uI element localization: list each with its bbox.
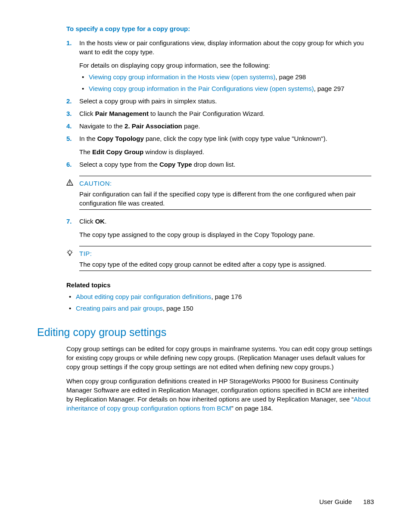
related-tail: , page 176: [211, 293, 242, 300]
step-subtext: The Edit Copy Group window is displayed.: [79, 147, 374, 156]
step-6: 6. Select a copy type from the Copy Type…: [66, 160, 374, 169]
step-post: page.: [182, 122, 200, 130]
sub-bold: Edit Copy Group: [92, 148, 143, 156]
sub-pre: The: [79, 148, 92, 156]
step-number: 2.: [66, 96, 72, 106]
svg-line-7: [72, 251, 72, 251]
caution-text: Pair configuration can fail if the speci…: [79, 190, 371, 208]
step-post: pane, click the copy type link (with cop…: [144, 135, 327, 142]
step-text: Select a copy group with pairs in simple…: [79, 97, 217, 105]
step-bold: Copy Type: [159, 161, 192, 168]
footer-label: User Guide: [319, 498, 352, 505]
step-bold: 2. Pair Association: [125, 122, 182, 130]
step-3: 3. Click Pair Management to launch the P…: [66, 109, 374, 118]
step-number: 5.: [66, 134, 72, 143]
divider: [79, 209, 371, 210]
step-post: to launch the Pair Configuration Wizard.: [149, 110, 265, 117]
body-paragraph: When copy group configuration definition…: [66, 376, 374, 413]
divider: [79, 271, 371, 271]
page-number: 183: [363, 498, 374, 505]
step-bold: OK: [95, 218, 105, 225]
caution-icon: [66, 179, 79, 208]
procedure-steps: 1. In the hosts view or pair configurati…: [66, 38, 374, 169]
step-number: 3.: [66, 109, 72, 118]
procedure-steps-cont: 7. Click OK. The copy type assigned to t…: [66, 217, 374, 239]
step-number: 6.: [66, 160, 72, 169]
step-7: 7. Click OK. The copy type assigned to t…: [66, 217, 374, 239]
body-paragraph: Copy group settings can be edited for co…: [66, 344, 374, 371]
xref-link[interactable]: About editing copy pair configuration de…: [76, 293, 211, 300]
step-post: drop down list.: [192, 161, 236, 168]
para-pre: When copy group configuration definition…: [66, 377, 368, 403]
tip-label: TIP:: [79, 249, 371, 258]
step-2: 2. Select a copy group with pairs in sim…: [66, 96, 374, 106]
procedure-heading: To specify a copy type for a copy group:: [66, 24, 374, 33]
page-footer: User Guide 183: [319, 497, 374, 506]
step-number: 7.: [66, 217, 72, 226]
related-item: Creating pairs and pair groups, page 150: [66, 304, 374, 313]
bullet-tail: , page 297: [314, 85, 344, 92]
step-subtext: The copy type assigned to the copy group…: [79, 230, 374, 239]
step-5: 5. In the Copy Topology pane, click the …: [66, 134, 374, 156]
step-post: .: [105, 218, 106, 225]
step-pre: Select a copy type from the: [79, 161, 159, 168]
section-heading: Editing copy group settings: [37, 325, 374, 340]
xref-link[interactable]: Viewing copy group information in the Ho…: [89, 73, 275, 81]
step-1: 1. In the hosts view or pair configurati…: [66, 38, 374, 93]
step-text: In the hosts view or pair configurations…: [79, 39, 364, 56]
related-tail: , page 150: [163, 305, 193, 312]
step-bold: Copy Topology: [97, 135, 144, 142]
step-bold: Pair Management: [95, 110, 149, 117]
svg-point-1: [69, 184, 70, 185]
tip-text: The copy type of the edited copy group c…: [79, 260, 371, 269]
step-bullets: Viewing copy group information in the Ho…: [79, 72, 374, 93]
related-topics-heading: Related topics: [66, 280, 374, 289]
bullet-tail: , page 298: [275, 73, 306, 81]
svg-point-2: [68, 251, 72, 254]
bullet-item: Viewing copy group information in the Pa…: [79, 84, 374, 93]
tip-admonition: TIP: The copy type of the edited copy gr…: [66, 246, 374, 271]
step-subtext: For details on displaying copy group inf…: [79, 61, 374, 70]
step-pre: In the: [79, 135, 97, 142]
xref-link[interactable]: Viewing copy group information in the Pa…: [89, 85, 314, 92]
caution-admonition: CAUTION: Pair configuration can fail if …: [66, 176, 374, 210]
tip-icon: [66, 249, 79, 269]
bullet-item: Viewing copy group information in the Ho…: [79, 72, 374, 81]
step-number: 4.: [66, 121, 72, 131]
para-post: ” on page 184.: [231, 404, 273, 412]
step-4: 4. Navigate to the 2. Pair Association p…: [66, 121, 374, 131]
svg-line-6: [68, 251, 68, 251]
caution-label: CAUTION:: [79, 179, 371, 188]
xref-link[interactable]: Creating pairs and pair groups: [76, 305, 163, 312]
related-item: About editing copy pair configuration de…: [66, 292, 374, 301]
step-number: 1.: [66, 38, 72, 47]
step-pre: Click: [79, 110, 95, 117]
step-pre: Click: [79, 218, 95, 225]
related-topics-list: About editing copy pair configuration de…: [66, 292, 374, 313]
sub-post: window is displayed.: [143, 148, 204, 156]
step-pre: Navigate to the: [79, 122, 125, 130]
